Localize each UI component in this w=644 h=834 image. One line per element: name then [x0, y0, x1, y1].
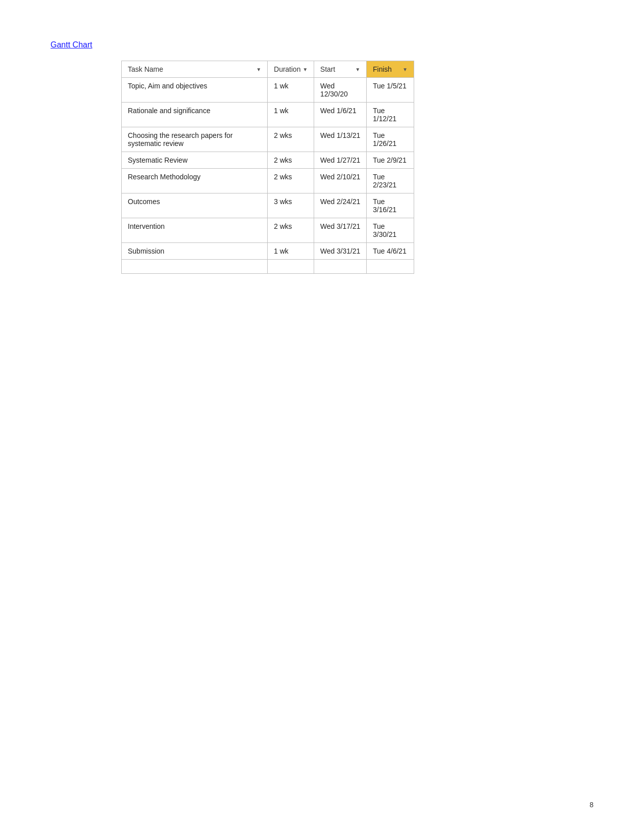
cell-task-6: Intervention [122, 218, 268, 243]
cell-start-0: Wed 12/30/20 [314, 78, 367, 103]
gantt-table: Task Name ▼ Duration ▼ Start ▼ [121, 61, 414, 274]
col-label-start: Start [320, 65, 335, 73]
table-row: Systematic Review2 wksWed 1/27/21Tue 2/9… [122, 152, 414, 169]
cell-duration-1: 1 wk [268, 103, 314, 127]
cell-task-1: Rationale and significance [122, 103, 268, 127]
cell-start-5: Wed 2/24/21 [314, 193, 367, 218]
cell-duration-0: 1 wk [268, 78, 314, 103]
table-row: Intervention2 wksWed 3/17/21Tue 3/30/21 [122, 218, 414, 243]
table-row: Submission1 wkWed 3/31/21Tue 4/6/21 [122, 243, 414, 260]
cell-task-2: Choosing the research papers for systema… [122, 127, 268, 152]
cell-finish-2: Tue 1/26/21 [367, 127, 414, 152]
page-container: Gantt Chart Task Name ▼ Duration ▼ [0, 0, 644, 304]
cell-finish-7: Tue 4/6/21 [367, 243, 414, 260]
cell-start-2: Wed 1/13/21 [314, 127, 367, 152]
table-row: Choosing the research papers for systema… [122, 127, 414, 152]
cell-finish-6: Tue 3/30/21 [367, 218, 414, 243]
cell-task-4: Research Methodology [122, 169, 268, 193]
cell-start-4: Wed 2/10/21 [314, 169, 367, 193]
col-label-duration: Duration [274, 65, 301, 73]
cell-duration-5: 3 wks [268, 193, 314, 218]
sort-arrow-start: ▼ [355, 67, 360, 72]
col-header-duration[interactable]: Duration ▼ [268, 61, 314, 78]
gantt-table-wrapper: Task Name ▼ Duration ▼ Start ▼ [121, 61, 593, 274]
cell-start-6: Wed 3/17/21 [314, 218, 367, 243]
table-header-row: Task Name ▼ Duration ▼ Start ▼ [122, 61, 414, 78]
cell-duration-2: 2 wks [268, 127, 314, 152]
table-row: Outcomes3 wksWed 2/24/21Tue 3/16/21 [122, 193, 414, 218]
table-body: Topic, Aim and objectives1 wkWed 12/30/2… [122, 78, 414, 274]
cell-finish-3: Tue 2/9/21 [367, 152, 414, 169]
sort-arrow-finish: ▼ [403, 67, 408, 72]
col-header-finish[interactable]: Finish ▼ [367, 61, 414, 78]
cell-task-5: Outcomes [122, 193, 268, 218]
cell-task-0: Topic, Aim and objectives [122, 78, 268, 103]
cell-duration-6: 2 wks [268, 218, 314, 243]
sort-arrow-task-name: ▼ [256, 67, 261, 72]
cell-start-7: Wed 3/31/21 [314, 243, 367, 260]
cell-finish-4: Tue 2/23/21 [367, 169, 414, 193]
table-row: Rationale and significance1 wkWed 1/6/21… [122, 103, 414, 127]
cell-task-3: Systematic Review [122, 152, 268, 169]
table-row: Topic, Aim and objectives1 wkWed 12/30/2… [122, 78, 414, 103]
cell-start-3: Wed 1/27/21 [314, 152, 367, 169]
cell-start-1: Wed 1/6/21 [314, 103, 367, 127]
col-header-task-name[interactable]: Task Name ▼ [122, 61, 268, 78]
sort-arrow-duration: ▼ [303, 67, 308, 72]
cell-duration-4: 2 wks [268, 169, 314, 193]
table-row: Research Methodology2 wksWed 2/10/21Tue … [122, 169, 414, 193]
cell-task-7: Submission [122, 243, 268, 260]
col-label-task-name: Task Name [128, 65, 163, 73]
table-row-empty [122, 260, 414, 274]
cell-finish-0: Tue 1/5/21 [367, 78, 414, 103]
section-title: Gantt Chart [51, 40, 593, 50]
cell-duration-3: 2 wks [268, 152, 314, 169]
cell-finish-5: Tue 3/16/21 [367, 193, 414, 218]
cell-duration-7: 1 wk [268, 243, 314, 260]
col-header-start[interactable]: Start ▼ [314, 61, 367, 78]
page-number: 8 [589, 801, 593, 809]
col-label-finish: Finish [373, 65, 391, 73]
cell-finish-1: Tue 1/12/21 [367, 103, 414, 127]
